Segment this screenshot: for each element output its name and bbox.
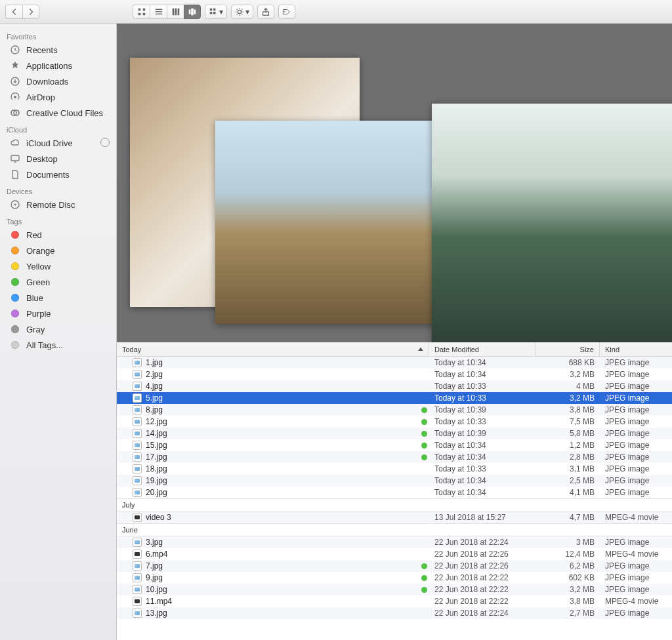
svg-rect-2 (138, 12, 140, 15)
preview-thumb-3[interactable]: 5.jpg (432, 104, 672, 342)
sidebar-item[interactable]: Red (0, 227, 116, 243)
file-row[interactable]: 9.jpg22 Jun 2018 at 22:22602 KBJPEG imag… (117, 572, 672, 584)
file-row[interactable]: 17.jpgToday at 10:342,8 MBJPEG image (117, 451, 672, 463)
movie-file-icon (133, 597, 142, 606)
file-row[interactable]: 6.mp422 Jun 2018 at 22:2612,4 MBMPEG-4 m… (117, 548, 672, 560)
file-row[interactable]: 19.jpgToday at 10:342,5 MBJPEG image (117, 475, 672, 487)
file-row[interactable]: video 313 Jul 2018 at 15:274,7 MBMPEG-4 … (117, 511, 672, 523)
file-list[interactable]: 1.jpgToday at 10:34688 KBJPEG image2.jpg… (117, 357, 672, 640)
share-button[interactable] (257, 5, 274, 19)
sidebar-item[interactable]: Remote Disc (0, 197, 116, 212)
movie-file-icon (133, 550, 142, 559)
file-row[interactable]: 5.jpgToday at 10:333,2 MBJPEG image (117, 392, 672, 404)
column-name[interactable]: Today (117, 342, 429, 356)
row-tag-indicator (419, 587, 429, 593)
tag-icon (9, 323, 21, 335)
file-name: 1.jpg (146, 358, 163, 367)
file-row[interactable]: 2.jpgToday at 10:343,2 MBJPEG image (117, 369, 672, 380)
file-kind: JPEG image (600, 429, 672, 438)
file-row[interactable]: 18.jpgToday at 10:333,1 MBJPEG image (117, 463, 672, 475)
file-size: 3,2 MB (536, 393, 600, 403)
sidebar-item[interactable]: Purple (0, 306, 116, 321)
sidebar-item[interactable]: Creative Cloud Files (0, 105, 116, 121)
icon-view-button[interactable] (133, 5, 150, 19)
file-size: 3,2 MB (536, 585, 600, 594)
file-row[interactable]: 15.jpgToday at 10:341,2 MBJPEG image (117, 439, 672, 451)
file-date: Today at 10:34 (429, 488, 536, 497)
file-row[interactable]: 20.jpgToday at 10:344,1 MBJPEG image (117, 487, 672, 498)
sidebar-item[interactable]: iCloud Drive (0, 135, 116, 151)
file-name: 5.jpg (146, 393, 163, 403)
file-row[interactable]: 11.mp422 Jun 2018 at 22:223,8 MBMPEG-4 m… (117, 595, 672, 607)
tag-icon (9, 260, 21, 272)
coverflow-view-button[interactable] (184, 5, 201, 19)
svg-rect-12 (194, 9, 196, 14)
sidebar-item[interactable]: Green (0, 274, 116, 290)
file-size: 4,7 MB (536, 513, 600, 522)
svg-rect-8 (175, 8, 177, 15)
file-name: 14.jpg (146, 429, 167, 438)
row-tag-indicator (419, 407, 429, 413)
sidebar-item[interactable]: Desktop (0, 151, 116, 167)
coverflow-preview[interactable]: 5.jpg (117, 24, 672, 342)
column-kind[interactable]: Kind (600, 342, 672, 356)
sidebar-item[interactable]: Blue (0, 290, 116, 306)
file-row[interactable]: 13.jpg22 Jun 2018 at 22:242,7 MBJPEG ima… (117, 607, 672, 619)
sidebar: FavoritesRecentsApplicationsDownloadsAir… (0, 24, 117, 640)
file-row[interactable]: 4.jpgToday at 10:334 MBJPEG image (117, 380, 672, 392)
image-file-icon (133, 585, 142, 594)
sidebar-item[interactable]: All Tags... (0, 337, 116, 353)
tag-icon (9, 308, 21, 319)
row-tag-indicator (419, 454, 429, 460)
file-row[interactable]: 1.jpgToday at 10:34688 KBJPEG image (117, 357, 672, 369)
tag-icon (9, 292, 21, 304)
sidebar-item[interactable]: Applications (0, 58, 116, 73)
file-row[interactable]: 7.jpg22 Jun 2018 at 22:266,2 MBJPEG imag… (117, 560, 672, 572)
sidebar-item[interactable]: Gray (0, 321, 116, 337)
sidebar-item[interactable]: Documents (0, 167, 116, 182)
action-gear-button[interactable]: ▾ (231, 5, 253, 19)
file-row[interactable]: 3.jpg22 Jun 2018 at 22:243 MBJPEG image (117, 536, 672, 548)
file-kind: JPEG image (600, 488, 672, 497)
tag-icon (9, 339, 21, 351)
file-date: Today at 10:34 (429, 452, 536, 462)
sidebar-item-label: Yellow (26, 262, 51, 271)
arrange-button[interactable]: ▾ (205, 5, 227, 19)
tag-icon (9, 245, 21, 256)
file-size: 3,8 MB (536, 597, 600, 606)
group-header[interactable]: July (117, 498, 672, 511)
file-row[interactable]: 8.jpgToday at 10:393,8 MBJPEG image (117, 404, 672, 416)
sidebar-item[interactable]: Yellow (0, 258, 116, 274)
file-kind: MPEG-4 movie (600, 597, 672, 606)
documents-icon (9, 169, 21, 180)
file-row[interactable]: 12.jpgToday at 10:337,5 MBJPEG image (117, 416, 672, 428)
sidebar-item[interactable]: Recents (0, 42, 116, 58)
sidebar-item[interactable]: Downloads (0, 73, 116, 89)
tags-button[interactable] (278, 5, 295, 19)
file-date: 13 Jul 2018 at 15:27 (429, 513, 536, 522)
svg-rect-6 (155, 13, 162, 14)
group-header[interactable]: June (117, 523, 672, 536)
list-view-button[interactable] (150, 5, 167, 19)
file-date: Today at 10:33 (429, 464, 536, 473)
file-kind: JPEG image (600, 476, 672, 485)
toolbar: ▾ ▾ (0, 0, 672, 24)
svg-rect-15 (210, 12, 213, 14)
sidebar-item[interactable]: Orange (0, 243, 116, 258)
sidebar-item[interactable]: AirDrop (0, 89, 116, 105)
file-size: 688 KB (536, 358, 600, 367)
forward-button[interactable] (22, 5, 39, 19)
file-row[interactable]: 10.jpg22 Jun 2018 at 22:223,2 MBJPEG ima… (117, 584, 672, 595)
file-size: 2,7 MB (536, 609, 600, 618)
row-tag-indicator (419, 431, 429, 437)
file-date: Today at 10:34 (429, 358, 536, 367)
file-size: 6,2 MB (536, 561, 600, 570)
file-date: Today at 10:33 (429, 417, 536, 426)
back-button[interactable] (5, 5, 22, 19)
column-view-button[interactable] (167, 5, 184, 19)
file-row[interactable]: 14.jpgToday at 10:395,8 MBJPEG image (117, 428, 672, 439)
column-date[interactable]: Date Modified (429, 342, 536, 356)
column-size[interactable]: Size (536, 342, 600, 356)
image-file-icon (133, 476, 142, 485)
file-kind: MPEG-4 movie (600, 550, 672, 559)
